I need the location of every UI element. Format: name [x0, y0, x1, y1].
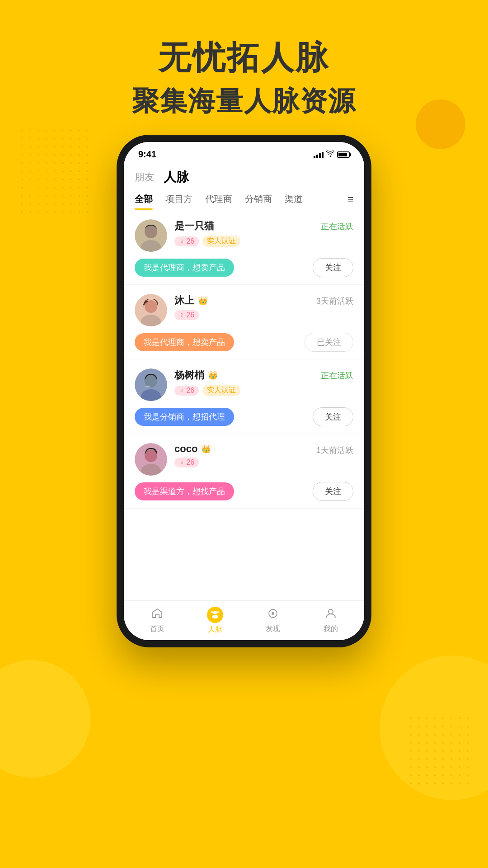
user-status: 1天前活跃	[316, 443, 353, 456]
user-name-row: 沐上 👑	[174, 294, 208, 307]
phone-mockup: 9:41	[117, 136, 371, 646]
tab-project[interactable]: 项目方	[165, 193, 192, 210]
avatar	[135, 443, 167, 476]
user-card-bottom: 我是代理商，想卖产品 已关注	[135, 333, 353, 352]
bg-dots-right	[407, 714, 470, 787]
bottom-nav: 首页 人脉	[124, 600, 364, 640]
user-card: coco 👑 ♀ 26 1天前活跃 我是渠道方，想找产品 关注	[124, 434, 364, 509]
nav-renmai[interactable]: 人脉	[186, 607, 244, 634]
tab-all[interactable]: 全部	[135, 193, 153, 210]
user-card-bottom: 我是渠道方，想找产品 关注	[135, 482, 353, 501]
follow-button[interactable]: 关注	[313, 482, 353, 501]
status-icons	[314, 151, 350, 159]
user-info-left: coco 👑 ♀ 26	[135, 443, 211, 476]
verified-tag: 实人认证	[202, 385, 240, 396]
user-card-top: coco 👑 ♀ 26 1天前活跃	[135, 443, 353, 476]
friends-tab[interactable]: 朋友	[135, 170, 155, 184]
bg-dots-left	[18, 127, 90, 217]
avatar	[135, 294, 167, 326]
user-name-row: 杨树梢 👑	[174, 368, 240, 382]
discover-icon	[267, 608, 279, 623]
user-name: 是一只猫	[174, 219, 214, 233]
gender-tag: ♀ 26	[174, 458, 199, 467]
home-icon	[151, 608, 163, 623]
bg-circle-left-bottom	[0, 660, 90, 778]
tags-row: ♀ 26 实人认证	[174, 236, 240, 247]
follow-button[interactable]: 已关注	[305, 333, 353, 352]
user-details: coco 👑 ♀ 26	[174, 443, 211, 467]
svg-point-15	[211, 611, 213, 613]
phone-frame: 9:41	[117, 136, 371, 646]
svg-point-1	[145, 226, 157, 238]
tab-agent[interactable]: 代理商	[205, 193, 232, 210]
user-status: 正在活跃	[321, 219, 353, 232]
user-card: 是一只猫 ♀ 26 实人认证 正在活跃 我是代理商，想卖产品 关注	[124, 210, 364, 285]
user-card: 沐上 👑 ♀ 26 3天前活跃 我是代理商，想卖产品 已关注	[124, 285, 364, 359]
filter-tabs: 全部 项目方 代理商 分销商 渠道 ≡	[124, 186, 364, 210]
crown-icon: 👑	[208, 370, 218, 380]
svg-point-18	[272, 612, 274, 615]
user-status: 正在活跃	[321, 368, 353, 381]
crown-icon: 👑	[201, 444, 211, 454]
user-name: coco	[174, 443, 197, 455]
nav-renmai-label: 人脉	[208, 625, 222, 634]
nav-home[interactable]: 首页	[128, 608, 186, 634]
user-name-row: 是一只猫	[174, 219, 240, 233]
nav-discover-label: 发现	[266, 624, 280, 634]
phone-screen: 9:41	[124, 142, 364, 640]
mine-icon	[325, 608, 337, 623]
renmai-nav-icon	[210, 609, 220, 621]
user-name: 杨树梢	[174, 368, 204, 382]
avatar	[135, 368, 167, 401]
intro-tag: 我是代理商，想卖产品	[135, 333, 234, 351]
user-card-top: 杨树梢 👑 ♀ 26 实人认证 正在活跃	[135, 368, 353, 401]
svg-rect-9	[145, 386, 150, 387]
verified-tag: 实人认证	[202, 236, 240, 247]
svg-point-14	[212, 615, 218, 618]
follow-button[interactable]: 关注	[313, 258, 353, 277]
svg-point-16	[217, 611, 220, 613]
svg-point-13	[213, 611, 217, 614]
battery-icon	[337, 151, 350, 158]
user-details: 是一只猫 ♀ 26 实人认证	[174, 219, 240, 247]
user-info-left: 杨树梢 👑 ♀ 26 实人认证	[135, 368, 240, 401]
filter-menu-icon[interactable]: ≡	[347, 193, 353, 210]
user-info-left: 是一只猫 ♀ 26 实人认证	[135, 219, 240, 252]
follow-button[interactable]: 关注	[313, 407, 353, 426]
gender-tag: ♀ 26	[174, 386, 199, 396]
user-card-bottom: 我是分销商，想招代理 关注	[135, 407, 353, 426]
nav-mine[interactable]: 我的	[302, 608, 360, 634]
tags-row: ♀ 26	[174, 458, 211, 467]
nav-home-label: 首页	[150, 624, 164, 634]
tab-channel[interactable]: 渠道	[285, 193, 303, 210]
user-card-bottom: 我是代理商，想卖产品 关注	[135, 258, 353, 277]
user-card-top: 是一只猫 ♀ 26 实人认证 正在活跃	[135, 219, 353, 252]
user-card-top: 沐上 👑 ♀ 26 3天前活跃	[135, 294, 353, 326]
wifi-icon	[326, 151, 334, 159]
intro-tag: 我是渠道方，想找产品	[135, 482, 234, 500]
intro-tag: 我是分销商，想招代理	[135, 408, 234, 426]
user-name: 沐上	[174, 294, 194, 307]
user-name-row: coco 👑	[174, 443, 211, 455]
svg-point-19	[328, 609, 333, 614]
user-card: 杨树梢 👑 ♀ 26 实人认证 正在活跃 我是分销商，想招代理 关注	[124, 359, 364, 434]
user-details: 杨树梢 👑 ♀ 26 实人认证	[174, 368, 240, 396]
tags-row: ♀ 26 实人认证	[174, 385, 240, 396]
gender-tag: ♀ 26	[174, 310, 199, 320]
user-status: 3天前活跃	[316, 294, 353, 307]
tab-distributor[interactable]: 分销商	[245, 193, 272, 210]
signal-icon	[314, 151, 324, 158]
header-section: 无忧拓人脉 聚集海量人脉资源	[0, 0, 488, 120]
status-bar: 9:41	[124, 142, 364, 163]
nav-active-indicator	[207, 607, 223, 623]
nav-discover[interactable]: 发现	[244, 608, 302, 634]
avatar	[135, 219, 167, 252]
intro-tag: 我是代理商，想卖产品	[135, 259, 234, 277]
header-line1: 无忧拓人脉	[0, 36, 488, 80]
renmai-tab[interactable]: 人脉	[164, 169, 189, 186]
user-details: 沐上 👑 ♀ 26	[174, 294, 208, 320]
status-time: 9:41	[138, 149, 156, 160]
gender-tag: ♀ 26	[174, 236, 199, 246]
user-info-left: 沐上 👑 ♀ 26	[135, 294, 208, 326]
tags-row: ♀ 26	[174, 310, 208, 320]
